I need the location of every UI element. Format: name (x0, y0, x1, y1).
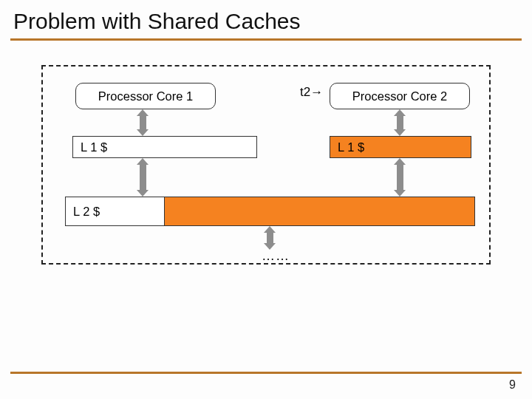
l1-cache-left: L 1 $ (72, 136, 257, 158)
diagram-frame: Processor Core 1 t2→ Processor Core 2 L … (41, 65, 491, 265)
l2-cache-fill (165, 197, 475, 226)
arrow-core2-l1 (395, 109, 405, 136)
footer-rule (10, 372, 522, 374)
arrow-l1left-l2 (137, 158, 148, 197)
title-rule (10, 38, 522, 41)
arrow-l2-down (265, 226, 275, 250)
l1-cache-right: L 1 $ (330, 136, 471, 158)
page-number: 9 (509, 378, 516, 392)
t2-annotation: t2→ (300, 85, 323, 100)
slide-title: Problem with Shared Caches (0, 0, 532, 38)
l2-cache-label: L 2 $ (65, 197, 165, 226)
arrow-l1right-l2 (395, 158, 405, 197)
processor-core-2: Processor Core 2 (330, 83, 470, 109)
l2-cache-row: L 2 $ (65, 197, 475, 226)
arrow-core1-l1 (137, 109, 148, 136)
processor-core-1: Processor Core 1 (75, 83, 216, 109)
ellipsis-continuation: …… (262, 248, 290, 264)
